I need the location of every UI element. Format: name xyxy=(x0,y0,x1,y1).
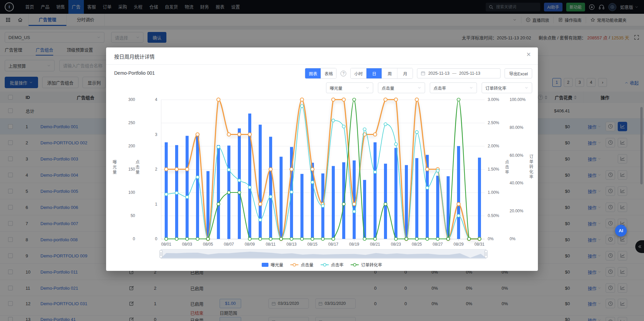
svg-text:08/21: 08/21 xyxy=(370,242,380,247)
axis-label-ctr: 点击率 xyxy=(504,160,510,175)
svg-text:250: 250 xyxy=(128,120,135,125)
legend-item[interactable]: 订单转化率 xyxy=(350,261,382,268)
svg-text:0: 0 xyxy=(155,237,157,241)
svg-text:08/27: 08/27 xyxy=(432,242,443,247)
legend-label: 订单转化率 xyxy=(361,261,382,268)
svg-text:08/07: 08/07 xyxy=(224,242,234,247)
data-zoom-slider[interactable] xyxy=(160,249,487,259)
legend-item[interactable]: 曝光量 xyxy=(262,261,283,268)
svg-text:20.00%: 20.00% xyxy=(510,209,523,213)
svg-text:100: 100 xyxy=(128,190,135,195)
legend-item[interactable]: 点击率 xyxy=(320,261,344,268)
svg-text:4: 4 xyxy=(155,97,157,102)
svg-text:08/05: 08/05 xyxy=(203,242,213,247)
legend-label: 曝光量 xyxy=(270,261,283,268)
app-window: 首页产品销售广告客服订单采购头程仓储自发货物流财务报表设置 AI助手 新功能 如… xyxy=(0,0,644,321)
svg-text:08/11: 08/11 xyxy=(266,242,276,247)
stats-detail-modal: 按日周月统计详情 × Demo-Portfolio 001 图表表格 ? 小时日… xyxy=(106,47,538,271)
svg-text:0%: 0% xyxy=(488,237,494,241)
legend-label: 点击量 xyxy=(301,261,314,268)
svg-text:2.50%: 2.50% xyxy=(488,120,499,125)
svg-text:08/13: 08/13 xyxy=(286,242,296,247)
legend-marker-line xyxy=(350,262,359,267)
svg-text:08/03: 08/03 xyxy=(182,242,192,247)
data-zoom-handle[interactable] xyxy=(485,250,487,258)
legend-item[interactable]: 点击量 xyxy=(290,261,314,268)
statistics-chart: 050100150200250300012340%0.50%1.00%1.50%… xyxy=(106,47,538,271)
svg-text:300: 300 xyxy=(128,97,135,102)
svg-text:08/31: 08/31 xyxy=(474,242,484,247)
svg-text:08/25: 08/25 xyxy=(412,242,422,247)
svg-text:08/17: 08/17 xyxy=(328,242,338,247)
svg-text:08/29: 08/29 xyxy=(453,242,463,247)
data-zoom-handle[interactable] xyxy=(160,250,162,258)
legend-label: 点击率 xyxy=(331,261,344,268)
chart-legend: 曝光量点击量点击率订单转化率 xyxy=(106,261,538,268)
svg-text:50: 50 xyxy=(131,213,135,218)
svg-text:2.00%: 2.00% xyxy=(488,144,499,148)
svg-text:3.00%: 3.00% xyxy=(488,97,499,102)
axis-label-clicks: 点击量 xyxy=(134,160,140,175)
svg-text:08/19: 08/19 xyxy=(349,242,359,247)
svg-text:60.00%: 60.00% xyxy=(510,153,523,158)
axis-label-impressions: 曝光量 xyxy=(111,160,117,175)
legend-marker-bar xyxy=(262,263,268,267)
svg-text:08/01: 08/01 xyxy=(161,242,171,247)
svg-text:0: 0 xyxy=(133,237,135,241)
svg-text:1.00%: 1.00% xyxy=(488,190,499,195)
ai-fab-button[interactable]: AI xyxy=(615,225,627,237)
svg-text:40.00%: 40.00% xyxy=(510,181,523,185)
svg-text:0.50%: 0.50% xyxy=(488,213,499,218)
svg-text:08/15: 08/15 xyxy=(307,242,317,247)
legend-marker-line xyxy=(320,262,329,267)
axis-label-cvr: 订单转化率 xyxy=(528,154,534,180)
svg-text:3: 3 xyxy=(155,132,157,137)
svg-text:80.00%: 80.00% xyxy=(510,125,523,130)
svg-text:100.00%: 100.00% xyxy=(510,97,526,102)
svg-text:08/23: 08/23 xyxy=(391,242,401,247)
svg-text:1: 1 xyxy=(155,202,157,207)
svg-text:0%: 0% xyxy=(510,237,516,241)
legend-marker-line xyxy=(290,262,299,267)
svg-text:200: 200 xyxy=(128,144,135,148)
svg-text:08/09: 08/09 xyxy=(245,242,255,247)
svg-text:1.50%: 1.50% xyxy=(488,167,499,172)
svg-text:2: 2 xyxy=(155,167,157,172)
